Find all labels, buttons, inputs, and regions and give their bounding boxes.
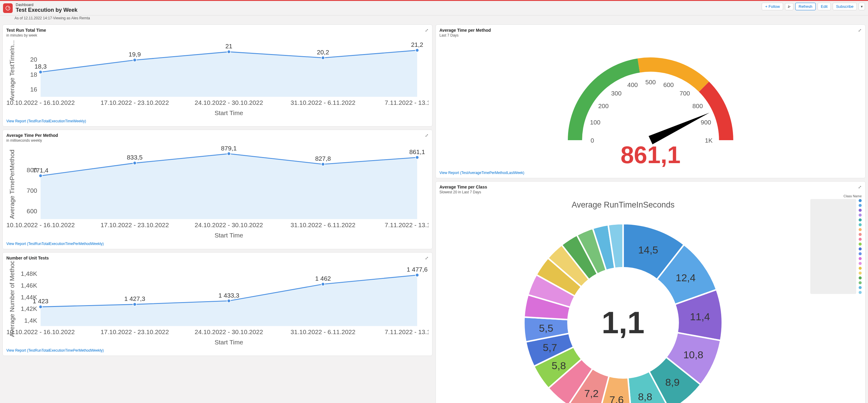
view-report-link[interactable]: View Report (TestRunTotalExecutionTimePe… [6, 242, 104, 246]
svg-text:10.10.2022 - 16.10.2022: 10.10.2022 - 16.10.2022 [6, 99, 74, 106]
header-bar: Dashboard Test Execution by Week + Follo… [0, 0, 868, 16]
more-menu-button[interactable]: ▾ [859, 3, 865, 10]
svg-text:Start Time: Start Time [214, 110, 243, 116]
svg-point-43 [39, 305, 42, 308]
svg-point-23 [39, 174, 42, 178]
svg-point-49 [321, 282, 325, 286]
donut-chart: Average RunTimeInSeconds14,512,411,410,8… [439, 194, 807, 403]
svg-text:Start Time: Start Time [214, 232, 243, 239]
card-test-run-total-time: Test Run Total Time in minutes by week ⤢… [2, 25, 433, 127]
expand-button[interactable]: ⤢ [425, 133, 429, 138]
svg-text:24.10.2022 - 30.10.2022: 24.10.2022 - 30.10.2022 [195, 99, 263, 106]
card-sub: in minutes by week [6, 33, 46, 37]
svg-text:833,5: 833,5 [127, 154, 143, 161]
svg-text:900: 900 [701, 119, 711, 126]
legend-dot [859, 291, 862, 294]
svg-point-31 [415, 156, 419, 159]
legend-dot [859, 209, 862, 212]
svg-text:800: 800 [27, 166, 37, 174]
view-report-link[interactable]: View Report (TestRunTotalExecutionTimeWe… [6, 119, 86, 123]
svg-text:18,3: 18,3 [34, 63, 46, 70]
legend-dot [859, 204, 862, 207]
svg-text:31.10.2022 - 6.11.2022: 31.10.2022 - 6.11.2022 [290, 221, 355, 228]
svg-text:800: 800 [692, 102, 703, 110]
svg-point-9 [321, 56, 325, 60]
view-report-link[interactable]: View Report (TestRunTotalExecutionTimePe… [6, 348, 104, 352]
card-gauge-avg-method: Average Time per Method Last 7 Days ⤢ 01… [435, 25, 866, 178]
svg-text:300: 300 [611, 90, 622, 97]
svg-text:5,7: 5,7 [543, 341, 557, 353]
svg-text:Average Number of Methods: Average Number of Methods [8, 261, 16, 337]
expand-button[interactable]: ⤢ [858, 28, 862, 33]
svg-text:14,5: 14,5 [638, 244, 658, 255]
people-icon [787, 4, 791, 9]
svg-text:7.11.2022 - 13.11.2022: 7.11.2022 - 13.11.2022 [385, 328, 429, 335]
svg-text:8,9: 8,9 [665, 376, 680, 388]
svg-text:1,1: 1,1 [601, 305, 645, 340]
dashboard-icon [3, 3, 13, 13]
view-report-link[interactable]: View Report (TestAverageTimePerMethodLas… [439, 171, 524, 175]
svg-text:1K: 1K [705, 137, 713, 144]
legend-header: Class Name [810, 194, 862, 198]
svg-text:1 477,6: 1 477,6 [407, 266, 428, 273]
svg-point-11 [415, 49, 419, 52]
card-sub: in milliseconds weekly [6, 138, 58, 143]
legend-dots [859, 199, 862, 294]
svg-text:879,1: 879,1 [221, 145, 237, 152]
card-sub: Last 7 Days [439, 33, 491, 37]
legend-dot [859, 214, 862, 217]
chevron-down-icon: ▾ [861, 4, 863, 9]
svg-text:18: 18 [30, 71, 37, 78]
header-meta: As of 12.11.2022 14:17·Viewing as Ales R… [0, 16, 868, 22]
svg-text:17.10.2022 - 23.10.2022: 17.10.2022 - 23.10.2022 [100, 328, 169, 335]
svg-point-5 [133, 58, 136, 62]
svg-point-47 [227, 299, 230, 302]
svg-text:1,42K: 1,42K [21, 305, 37, 312]
svg-text:7.11.2022 - 13.11.2022: 7.11.2022 - 13.11.2022 [385, 99, 429, 106]
card-title: Number of Unit Tests [6, 255, 49, 260]
svg-text:5,8: 5,8 [552, 360, 566, 371]
refresh-button[interactable]: Refresh [795, 3, 816, 10]
follow-button[interactable]: + Follow [762, 3, 783, 10]
legend-dot [859, 281, 862, 284]
svg-point-51 [415, 273, 419, 277]
legend-dot [859, 233, 862, 236]
expand-button[interactable]: ⤢ [858, 185, 862, 189]
page-title: Test Execution by Week [16, 7, 77, 13]
legend-dot [859, 262, 862, 265]
svg-text:10.10.2022 - 16.10.2022: 10.10.2022 - 16.10.2022 [6, 328, 74, 335]
header-sup: Dashboard [16, 3, 77, 7]
svg-text:700: 700 [680, 90, 690, 97]
svg-text:31.10.2022 - 6.11.2022: 31.10.2022 - 6.11.2022 [290, 328, 355, 335]
svg-text:500: 500 [645, 79, 656, 86]
legend-dot [859, 199, 862, 202]
expand-button[interactable]: ⤢ [425, 255, 429, 260]
svg-text:100: 100 [590, 119, 600, 126]
legend-dot [859, 286, 862, 289]
svg-text:1,48K: 1,48K [21, 270, 37, 277]
svg-text:Average TestTimeIn...: Average TestTimeIn... [8, 40, 16, 101]
legend-dot [859, 257, 862, 260]
card-title: Test Run Total Time [6, 28, 46, 33]
legend-dot [859, 238, 862, 241]
line-chart: 1 4231 427,31 433,31 4621 477,61,4K1,42K… [6, 261, 429, 346]
svg-text:1,44K: 1,44K [21, 293, 37, 300]
subscribe-button[interactable]: Subscribe [833, 3, 857, 10]
svg-text:8,8: 8,8 [638, 391, 652, 402]
svg-text:7,6: 7,6 [610, 394, 624, 403]
legend-dot [859, 243, 862, 246]
svg-text:861,1: 861,1 [409, 148, 425, 155]
edit-button[interactable]: Edit [817, 3, 831, 10]
svg-text:10,8: 10,8 [683, 349, 703, 361]
card-title: Average Time per Class [439, 185, 487, 189]
svg-point-1 [788, 5, 789, 7]
svg-text:21,2: 21,2 [411, 41, 423, 48]
svg-point-2 [789, 6, 790, 7]
svg-text:17.10.2022 - 23.10.2022: 17.10.2022 - 23.10.2022 [100, 99, 169, 106]
collaborate-button[interactable] [785, 3, 794, 10]
expand-button[interactable]: ⤢ [425, 28, 429, 33]
legend-names-hidden [810, 199, 856, 294]
svg-text:600: 600 [27, 208, 37, 215]
svg-point-3 [39, 70, 42, 74]
svg-text:21: 21 [225, 42, 232, 50]
